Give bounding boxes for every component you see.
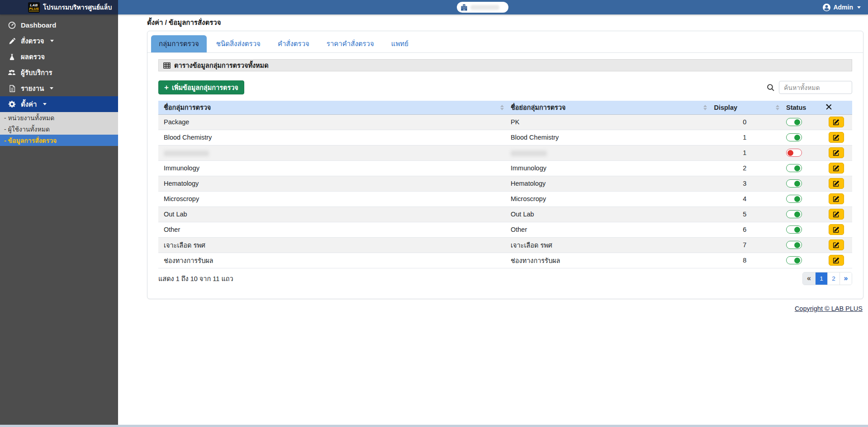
edit-row-button[interactable] (829, 239, 844, 250)
status-toggle[interactable] (786, 241, 802, 249)
table-row: PackagePK0 (158, 114, 852, 130)
column-header-0[interactable]: ชื่อกลุ่มการตรวจ (158, 101, 505, 114)
sort-arrows-icon[interactable] (776, 105, 779, 110)
sidebar-item-order[interactable]: สั่งตรวจ (0, 33, 118, 49)
toggle-knob (794, 135, 800, 141)
file-icon (8, 85, 16, 92)
bottom-scrollbar-track[interactable] (0, 425, 868, 427)
tab-test-order-price[interactable]: ราคาคำสั่งตรวจ (319, 35, 382, 52)
pagination-prev-button[interactable]: « (803, 272, 815, 285)
edit-row-button[interactable] (829, 132, 844, 143)
sidebar-submenu: - หน่วยงานทั้งหมด- ผู้ใช้งานทั้งหมด- ข้อ… (0, 112, 118, 146)
sidebar-item-dashboard[interactable]: Dashboard (0, 17, 118, 33)
cell-group-abbr: Hematology (505, 176, 708, 191)
edit-row-button[interactable] (829, 163, 844, 174)
toggle-knob (794, 242, 800, 248)
edit-row-button[interactable] (829, 147, 844, 158)
column-header-2[interactable]: Display (708, 101, 781, 114)
status-toggle[interactable] (786, 225, 802, 234)
cell-group-abbr: Microscropy (505, 191, 708, 206)
cell-actions (820, 206, 852, 222)
column-header-label: Display (714, 104, 737, 111)
sidebar-item-label: ผลตรวจ (21, 52, 45, 62)
cell-actions (820, 253, 852, 268)
cell-group-abbr: เจาะเลือด รพศ (505, 237, 708, 253)
sidebar-item-results[interactable]: ผลตรวจ (0, 49, 118, 65)
tab-doctor[interactable]: แพทย์ (384, 35, 416, 52)
sidebar-item-settings[interactable]: ตั้งค่า (0, 96, 118, 112)
status-toggle[interactable] (786, 210, 802, 218)
cell-status (781, 145, 820, 160)
users-icon (8, 69, 16, 76)
status-toggle[interactable] (786, 195, 802, 203)
edit-icon (833, 211, 840, 218)
add-test-group-button[interactable]: + เพิ่มข้อมูลกลุ่มการตรวจ (158, 80, 244, 94)
table-row: Out LabOut Lab5 (158, 206, 852, 222)
status-toggle[interactable] (786, 179, 802, 188)
edit-row-button[interactable] (829, 224, 844, 235)
cell-display-order: 0 (708, 114, 781, 130)
status-toggle[interactable] (786, 149, 802, 157)
hospital-icon (460, 4, 468, 11)
edit-row-button[interactable] (829, 117, 844, 127)
admin-menu[interactable]: Admin (823, 0, 861, 14)
cell-display-order: 3 (708, 176, 781, 191)
sidebar-item-reports[interactable]: รายงาน (0, 80, 118, 96)
table-row: MicroscropyMicroscropy4 (158, 191, 852, 206)
sidebar-subitem-users[interactable]: - ผู้ใช้งานทั้งหมด (0, 123, 118, 135)
copyright-link[interactable]: Copyright © LAB PLUS (795, 305, 863, 312)
cell-display-order: 5 (708, 206, 781, 222)
status-toggle[interactable] (786, 118, 802, 126)
redacted-text (511, 150, 547, 156)
edit-row-button[interactable] (829, 193, 844, 204)
cell-display-order: 1 (708, 145, 781, 160)
edit-row-button[interactable] (829, 178, 844, 189)
sidebar-menu: Dashboardสั่งตรวจผลตรวจผู้รับบริการรายงา… (0, 14, 118, 112)
logo-text-plus: PLUS (29, 7, 38, 11)
sidebar-subitem-departments[interactable]: - หน่วยงานทั้งหมด (0, 112, 118, 123)
cell-status (781, 206, 820, 222)
sidebar-item-label: Dashboard (21, 21, 56, 29)
cell-group-abbr: Immunology (505, 160, 708, 176)
tab-content: ตารางข้อมูลกลุ่มการตรวจทั้งหมด + เพิ่มข้… (147, 53, 863, 299)
cell-display-order: 8 (708, 253, 781, 268)
sort-arrows-icon[interactable] (703, 105, 707, 110)
cell-group-name: Hematology (158, 176, 505, 191)
cell-group-abbr: Out Lab (505, 206, 708, 222)
topbar-main: Admin (118, 0, 868, 14)
settings-card: กลุ่มการตรวจชนิดสิ่งส่งตรวจคำสั่งตรวจราค… (147, 31, 863, 299)
edit-icon (833, 150, 840, 156)
table-row: 1 (158, 145, 852, 160)
tab-test-group[interactable]: กลุ่มการตรวจ (151, 35, 207, 52)
chevron-down-icon (50, 87, 53, 89)
edit-row-button[interactable] (829, 255, 844, 266)
tab-specimen-type[interactable]: ชนิดสิ่งส่งตรวจ (209, 35, 268, 52)
tab-test-order[interactable]: คำสั่งตรวจ (270, 35, 317, 52)
sidebar-item-customers[interactable]: ผู้รับบริการ (0, 65, 118, 80)
edit-row-button[interactable] (829, 209, 844, 220)
table-row: ImmunologyImmunology2 (158, 160, 852, 176)
search-input[interactable] (779, 81, 852, 94)
labplus-logo: LAB PLUS (28, 2, 40, 13)
pagination-next-button[interactable]: » (840, 272, 852, 285)
sidebar-subitem-order-data[interactable]: - ข้อมูลการสั่งตรวจ (0, 135, 118, 146)
status-toggle[interactable] (786, 133, 802, 141)
sort-arrows-icon[interactable] (500, 105, 504, 110)
hospital-selector-pill[interactable] (457, 2, 508, 13)
pagination-page-2[interactable]: 2 (827, 272, 840, 285)
status-toggle[interactable] (786, 164, 802, 172)
table-row: OtherOther6 (158, 222, 852, 237)
status-toggle[interactable] (786, 256, 802, 264)
table-panel-heading: ตารางข้อมูลกลุ่มการตรวจทั้งหมด (158, 59, 852, 71)
pagination-page-1[interactable]: 1 (815, 272, 827, 285)
cell-group-name: ช่องทางการรับผล (158, 253, 505, 268)
toggle-knob (787, 150, 793, 156)
cell-group-abbr: Blood Chemistry (505, 130, 708, 145)
column-header-1[interactable]: ชื่อย่อกลุ่มการตรวจ (505, 101, 708, 114)
chevron-down-icon (857, 6, 861, 9)
cell-group-name: Immunology (158, 160, 505, 176)
edit-icon (833, 242, 840, 249)
toggle-knob (794, 211, 800, 217)
sort-desc-icon (776, 108, 779, 110)
copyright: Copyright © LAB PLUS (147, 305, 863, 312)
